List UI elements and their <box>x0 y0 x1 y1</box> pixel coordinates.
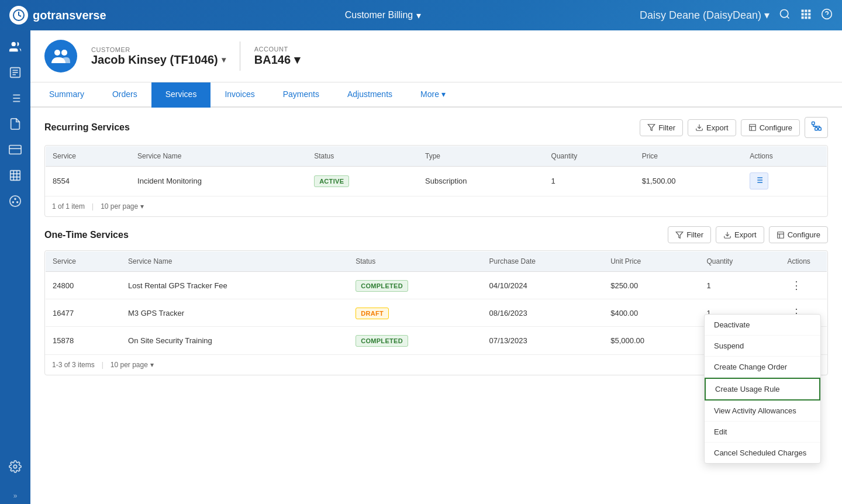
svg-rect-24 <box>9 146 21 154</box>
svg-point-32 <box>15 198 16 199</box>
onetime-services-header: One-Time Services Filter Export Configur… <box>44 226 828 243</box>
sidebar-item-palette[interactable] <box>4 189 27 213</box>
account-dropdown-arrow[interactable]: ▾ <box>294 53 300 67</box>
sidebar-item-documents[interactable] <box>4 61 27 84</box>
onetime-col-purchase-date: Purchase Date <box>482 251 604 272</box>
recurring-col-actions: Actions <box>743 146 827 167</box>
context-menu-item-4[interactable]: View Activity Allowances <box>705 401 820 422</box>
svg-point-31 <box>10 196 20 206</box>
onetime-service-name-2: On Site Security Training <box>121 327 348 354</box>
recurring-service-id: 8554 <box>46 167 131 196</box>
svg-rect-9 <box>805 16 807 19</box>
recurring-per-page[interactable]: 10 per page ▾ <box>101 202 144 210</box>
account-label: ACCOUNT <box>254 46 300 53</box>
customer-avatar <box>44 40 77 73</box>
onetime-per-page[interactable]: 10 per page ▾ <box>111 361 154 369</box>
svg-rect-4 <box>808 9 810 12</box>
onetime-configure-button[interactable]: Configure <box>769 226 828 243</box>
tab-services[interactable]: Services <box>151 82 211 108</box>
table-row: 8554 Incident Monitoring ACTIVE Subscrip… <box>46 167 827 196</box>
customer-label: CUSTOMER <box>91 46 226 53</box>
nav-title: Customer Billing <box>345 10 413 20</box>
onetime-actions-button-0[interactable]: ⋮ <box>788 278 805 293</box>
svg-point-35 <box>13 465 17 468</box>
svg-rect-45 <box>815 127 818 130</box>
svg-marker-58 <box>676 232 683 238</box>
onetime-service-id-0: 24800 <box>46 272 122 299</box>
grid-icon[interactable] <box>800 8 812 23</box>
svg-rect-2 <box>802 9 804 12</box>
sidebar: » <box>0 30 30 504</box>
onetime-col-unit-price: Unit Price <box>603 251 699 272</box>
onetime-quantity-0: 1 <box>700 272 781 299</box>
divider <box>240 42 240 71</box>
account-name[interactable]: BA146 ▾ <box>254 53 300 67</box>
recurring-services-title: Recurring Services <box>44 122 130 133</box>
logo-area[interactable]: gotransverse <box>9 6 126 25</box>
svg-rect-41 <box>749 125 755 131</box>
onetime-service-name-0: Lost Rental GPS Tracker Fee <box>121 272 348 299</box>
content-area: CUSTOMER Jacob Kinsey (TF1046) ▾ ACCOUNT… <box>30 30 842 504</box>
help-icon[interactable] <box>821 8 833 23</box>
onetime-col-quantity: Quantity <box>700 251 781 272</box>
onetime-service-status-1: DRAFT <box>348 299 482 327</box>
context-menu: DeactivateSuspendCreate Change OrderCrea… <box>704 314 821 464</box>
onetime-actions-0: ⋮ <box>781 272 827 299</box>
sidebar-item-settings[interactable] <box>4 455 27 478</box>
onetime-pagination-info: 1-3 of 3 items <box>52 361 95 369</box>
context-menu-item-0[interactable]: Deactivate <box>705 315 820 336</box>
recurring-col-type: Type <box>418 146 544 167</box>
svg-rect-44 <box>812 122 815 125</box>
svg-rect-60 <box>777 232 784 238</box>
onetime-filter-button[interactable]: Filter <box>668 226 711 243</box>
search-icon[interactable] <box>779 8 791 23</box>
onetime-purchase-date-1: 08/16/2023 <box>482 299 604 327</box>
onetime-service-id-2: 15878 <box>46 327 122 354</box>
context-menu-item-6[interactable]: Cancel Scheduled Charges <box>705 443 820 463</box>
svg-rect-26 <box>11 171 20 181</box>
customer-dropdown-arrow[interactable]: ▾ <box>222 55 226 64</box>
tab-summary[interactable]: Summary <box>35 82 98 108</box>
context-menu-item-3[interactable]: Create Usage Rule <box>705 378 820 401</box>
onetime-service-status-2: COMPLETED <box>348 327 482 354</box>
onetime-col-name: Service Name <box>121 251 348 272</box>
onetime-export-button[interactable]: Export <box>716 226 764 243</box>
onetime-service-name-1: M3 GPS Tracker <box>121 299 348 327</box>
onetime-unit-price-2: $5,000.00 <box>603 327 699 354</box>
recurring-export-button[interactable]: Export <box>688 119 736 136</box>
nav-title-arrow[interactable]: ▾ <box>416 10 421 21</box>
recurring-actions-button[interactable] <box>750 172 768 189</box>
svg-point-36 <box>54 50 60 56</box>
account-info: ACCOUNT BA146 ▾ <box>254 46 300 67</box>
recurring-service-type: Subscription <box>418 167 544 196</box>
svg-marker-39 <box>648 125 655 131</box>
context-menu-item-2[interactable]: Create Change Order <box>705 357 820 378</box>
onetime-services-title: One-Time Services <box>44 230 129 240</box>
sidebar-item-notes[interactable] <box>4 112 27 136</box>
recurring-filter-button[interactable]: Filter <box>640 119 683 136</box>
context-menu-item-5[interactable]: Edit <box>705 422 820 443</box>
sidebar-item-customers[interactable] <box>4 35 27 58</box>
sidebar-item-card[interactable] <box>4 138 27 161</box>
sidebar-item-table[interactable] <box>4 164 27 187</box>
tab-payments[interactable]: Payments <box>269 82 333 108</box>
svg-rect-8 <box>802 16 804 19</box>
sidebar-item-list[interactable] <box>4 87 27 110</box>
context-menu-item-1[interactable]: Suspend <box>705 336 820 357</box>
recurring-col-service: Service <box>46 146 131 167</box>
tab-adjustments[interactable]: Adjustments <box>333 82 406 108</box>
svg-point-13 <box>12 42 16 46</box>
table-row: 24800 Lost Rental GPS Tracker Fee COMPLE… <box>46 272 827 299</box>
recurring-services-header: Recurring Services Filter Export Configu… <box>44 117 828 138</box>
tab-invoices[interactable]: Invoices <box>210 82 268 108</box>
tab-orders[interactable]: Orders <box>98 82 151 108</box>
tab-more[interactable]: More ▾ <box>406 82 460 108</box>
recurring-services-table-wrapper: Service Service Name Status Type Quantit… <box>44 145 828 217</box>
recurring-col-price: Price <box>635 146 743 167</box>
onetime-purchase-date-2: 07/13/2023 <box>482 327 604 354</box>
recurring-service-price: $1,500.00 <box>635 167 743 196</box>
recurring-org-chart-button[interactable] <box>805 117 828 138</box>
user-menu[interactable]: Daisy Deane (DaisyDean) ▾ <box>640 9 769 22</box>
recurring-configure-button[interactable]: Configure <box>741 119 800 136</box>
sidebar-expand-button[interactable]: » <box>4 488 27 504</box>
